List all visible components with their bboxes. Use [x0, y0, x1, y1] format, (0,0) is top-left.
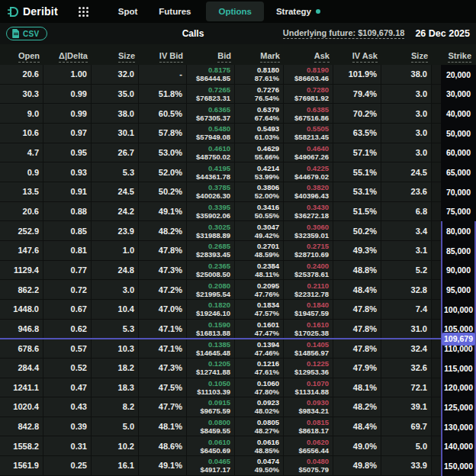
- strike-cell[interactable]: 95,000: [441, 280, 476, 300]
- bid-cell[interactable]: 0.0915$9675.59: [187, 397, 235, 417]
- strike-cell[interactable]: 75,000: [441, 202, 476, 222]
- strike-cell[interactable]: 80,000: [441, 221, 476, 241]
- option-row[interactable]: 9.0 0.99 38.0 60.5% 0.6365$67305.37 0.63…: [0, 104, 476, 124]
- ask-cell[interactable]: 0.1610$17025.38: [284, 320, 333, 339]
- ask-cell[interactable]: 0.6385$67516.86: [284, 104, 333, 124]
- mark-cell[interactable]: 0.304749.42%: [235, 221, 284, 241]
- csv-export-button[interactable]: CSV: [6, 27, 47, 40]
- tab-options[interactable]: Options: [206, 2, 263, 21]
- bid-cell[interactable]: 0.1590$16813.88: [187, 320, 235, 339]
- ask-cell[interactable]: 0.0815$8618.17: [284, 417, 333, 437]
- ask-cell[interactable]: 0.3430$36272.18: [284, 202, 333, 222]
- ask-cell[interactable]: 0.3060$32359.01: [284, 221, 333, 241]
- mark-cell[interactable]: 0.238448.11%: [235, 261, 284, 281]
- bid-cell[interactable]: 0.2685$28393.45: [187, 241, 235, 261]
- ask-cell[interactable]: 0.0930$9834.21: [284, 397, 333, 417]
- col-header-delta[interactable]: Δ|Delta: [59, 51, 88, 63]
- strike-cell[interactable]: 30,000: [441, 85, 476, 105]
- mark-cell[interactable]: 0.421453.99%: [235, 162, 284, 182]
- expiry-date[interactable]: 26 Dec 2025: [415, 28, 470, 39]
- tab-spot[interactable]: Spot: [108, 1, 149, 22]
- option-row[interactable]: 1129.4 0.77 24.8 47.3% 0.2365$25008.50 0…: [0, 261, 476, 281]
- tab-strategy[interactable]: Strategy: [269, 1, 328, 22]
- ask-cell[interactable]: 0.1225$12953.36: [284, 359, 333, 378]
- bid-cell[interactable]: 0.1385$14645.48: [187, 339, 235, 359]
- ask-cell[interactable]: 0.0620$6556.44: [284, 436, 333, 456]
- bid-cell[interactable]: 0.6365$67305.37: [187, 104, 235, 124]
- mark-cell[interactable]: 0.092348.02%: [235, 397, 284, 417]
- ask-cell[interactable]: 0.2110$22312.78: [284, 280, 333, 300]
- mark-cell[interactable]: 0.270148.59%: [235, 241, 284, 261]
- bid-cell[interactable]: 0.3785$40026.30: [187, 182, 235, 202]
- mark-cell[interactable]: 0.106047.80%: [235, 378, 284, 398]
- mark-cell[interactable]: 0.183447.57%: [235, 300, 284, 320]
- bid-cell[interactable]: 0.7265$76823.31: [187, 85, 235, 105]
- ask-cell[interactable]: 0.1840$19457.59: [284, 300, 333, 320]
- ask-cell[interactable]: 0.4640$49067.26: [284, 143, 333, 163]
- option-row[interactable]: 284.4 0.52 18.2 47.3% 0.1205$12741.88 0.…: [0, 359, 476, 378]
- option-row[interactable]: 10.6 0.97 30.1 57.8% 0.5480$57949.08 0.5…: [0, 124, 476, 143]
- mark-cell[interactable]: 0.061648.85%: [235, 436, 284, 456]
- mark-cell[interactable]: 0.047449.50%: [235, 456, 284, 476]
- ask-cell[interactable]: 0.3820$40396.43: [284, 182, 333, 202]
- bid-cell[interactable]: 0.3395$35902.06: [187, 202, 235, 222]
- ask-cell[interactable]: 0.2715$28710.69: [284, 241, 333, 261]
- col-header-mark[interactable]: Mark: [260, 51, 280, 63]
- strike-cell[interactable]: 115,000: [441, 359, 476, 378]
- ask-cell[interactable]: 0.0480$5075.79: [284, 456, 333, 476]
- strike-cell[interactable]: 60,000: [441, 143, 476, 163]
- option-row[interactable]: 252.9 0.85 23.9 48.2% 0.3025$31988.89 0.…: [0, 221, 476, 241]
- bid-cell[interactable]: 0.2365$25008.50: [187, 261, 235, 281]
- bid-cell[interactable]: 0.4610$48750.02: [187, 143, 235, 163]
- ask-cell[interactable]: 0.7280$76981.92: [284, 85, 333, 105]
- strike-cell[interactable]: 150,000: [441, 456, 476, 476]
- bid-cell[interactable]: 0.1820$19246.10: [187, 300, 235, 320]
- bid-cell[interactable]: 0.8175$86444.85: [187, 65, 235, 85]
- mark-cell[interactable]: 0.139447.46%: [235, 339, 284, 359]
- ask-cell[interactable]: 0.1070$11314.88: [284, 378, 333, 398]
- option-row[interactable]: 147.6 0.81 1.0 47.8% 0.2685$28393.45 0.2…: [0, 241, 476, 261]
- apps-grid-icon[interactable]: [78, 6, 89, 18]
- col-header-bid[interactable]: Bid: [217, 51, 231, 63]
- bid-cell[interactable]: 0.0465$4917.17: [187, 456, 235, 476]
- strike-cell[interactable]: 40,000: [441, 104, 476, 124]
- bid-cell[interactable]: 0.4195$44361.78: [187, 162, 235, 182]
- col-header-iv-bid[interactable]: IV Bid: [159, 51, 183, 63]
- ask-cell[interactable]: 0.8190$86603.46: [284, 65, 333, 85]
- col-header-size-ask[interactable]: Size: [411, 51, 428, 63]
- mark-cell[interactable]: 0.121647.61%: [235, 359, 284, 378]
- mark-cell[interactable]: 0.080548.27%: [235, 417, 284, 437]
- deribit-brand[interactable]: Deribit: [6, 5, 58, 18]
- bid-cell[interactable]: 0.0610$6450.69: [187, 436, 235, 456]
- mark-cell[interactable]: 0.727676.54%: [235, 85, 284, 105]
- option-row[interactable]: 1561.9 0.25 16.1 49.1% 0.0465$4917.17 0.…: [0, 456, 476, 476]
- mark-cell[interactable]: 0.341650.55%: [235, 202, 284, 222]
- bid-cell[interactable]: 0.3025$31988.89: [187, 221, 235, 241]
- mark-cell[interactable]: 0.160147.47%: [235, 320, 284, 339]
- option-row[interactable]: 946.8 0.62 5.3 47.1% 0.1590$16813.88 0.1…: [0, 320, 476, 339]
- option-row[interactable]: 1558.2 0.31 10.2 48.6% 0.0610$6450.69 0.…: [0, 436, 476, 456]
- option-row[interactable]: 1020.4 0.43 8.2 47.7% 0.0915$9675.59 0.0…: [0, 397, 476, 417]
- mark-cell[interactable]: 0.209547.76%: [235, 280, 284, 300]
- mark-cell[interactable]: 0.462955.66%: [235, 143, 284, 163]
- strike-cell[interactable]: 120,000: [441, 378, 476, 398]
- tab-futures[interactable]: Futures: [148, 1, 201, 22]
- underlying-future-price[interactable]: Underlying future: $109,679.18: [283, 28, 405, 39]
- option-row[interactable]: 1241.1 0.47 18.3 47.5% 0.1050$11103.39 0…: [0, 378, 476, 398]
- bid-cell[interactable]: 0.1205$12741.88: [187, 359, 235, 378]
- mark-cell[interactable]: 0.380652.00%: [235, 182, 284, 202]
- ask-cell[interactable]: 0.4225$44679.02: [284, 162, 333, 182]
- bid-cell[interactable]: 0.5480$57949.08: [187, 124, 235, 143]
- option-row[interactable]: 678.6 0.57 10.3 47.1% 0.1385$14645.48 0.…: [0, 339, 476, 359]
- strike-cell[interactable]: 65,000: [441, 162, 476, 182]
- option-row[interactable]: 30.3 0.99 35.0 51.8% 0.7265$76823.31 0.7…: [0, 85, 476, 105]
- strike-cell[interactable]: 125,000: [441, 397, 476, 417]
- ask-cell[interactable]: 0.2400$25378.61: [284, 261, 333, 281]
- mark-cell[interactable]: 0.818087.61%: [235, 65, 284, 85]
- option-row[interactable]: 20.6 1.00 32.0 - 0.8175$86444.85 0.81808…: [0, 65, 476, 85]
- col-header-iv-ask[interactable]: IV Ask: [352, 51, 378, 63]
- strike-cell[interactable]: 50,000: [441, 124, 476, 143]
- strike-cell[interactable]: 100,000: [441, 300, 476, 320]
- strike-cell[interactable]: 20,000: [441, 65, 476, 85]
- col-header-ask[interactable]: Ask: [314, 51, 330, 63]
